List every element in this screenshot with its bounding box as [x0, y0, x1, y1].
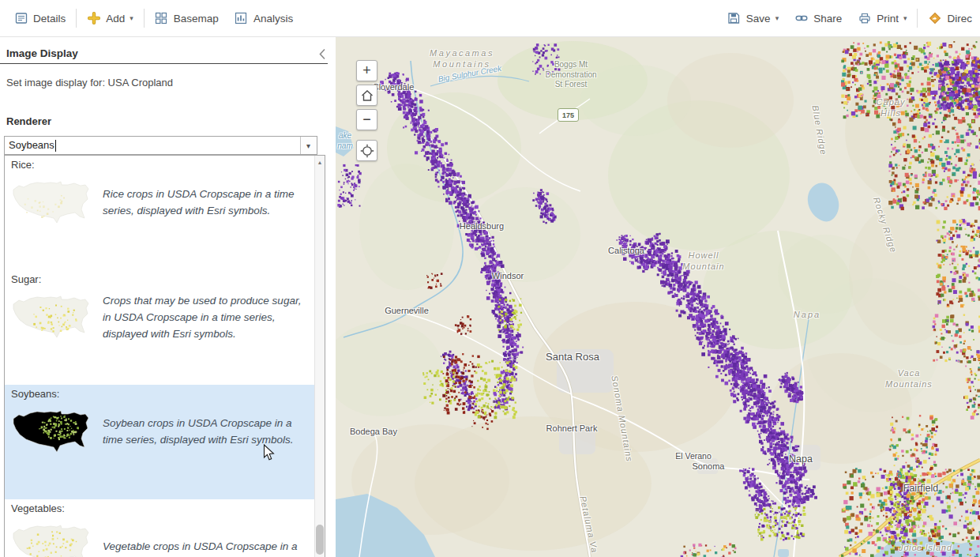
- renderer-label: Renderer: [6, 115, 51, 127]
- save-icon: [727, 12, 741, 25]
- caret-down-icon: ▾: [130, 14, 133, 22]
- add-icon: [87, 12, 100, 25]
- dropdown-scrollbar[interactable]: ▲: [314, 156, 325, 557]
- directions-label: Direc: [947, 13, 972, 24]
- renderer-combobox-open-button[interactable]: ▾: [300, 137, 317, 154]
- renderer-dropdown-list: Rice: Rice crops in USDA Cropscape in a …: [4, 155, 325, 557]
- panel-subtitle: Set image display for: USA Cropland: [6, 77, 173, 88]
- option-name: Soybeans:: [11, 388, 310, 400]
- share-button[interactable]: Share: [787, 6, 850, 31]
- caret-down-icon: ▾: [775, 14, 779, 22]
- share-label: Share: [813, 13, 842, 24]
- directions-icon: [928, 12, 941, 25]
- panel-title: Image Display: [6, 47, 78, 59]
- locate-button[interactable]: [356, 140, 377, 161]
- scrollbar-thumb[interactable]: [316, 525, 324, 555]
- print-button[interactable]: Print ▾: [850, 6, 914, 31]
- zoom-in-glyph: +: [362, 63, 371, 77]
- add-label: Add: [106, 13, 125, 24]
- option-description: Vegetable crops in USDA Cropscape in a: [103, 538, 305, 555]
- text-cursor: [55, 140, 56, 152]
- option-description: Crops that may be used to produce sugar,…: [103, 292, 305, 342]
- renderer-option-rice[interactable]: Rice: Rice crops in USDA Cropscape in a …: [5, 156, 314, 270]
- details-button[interactable]: Details: [6, 6, 73, 31]
- print-label: Print: [877, 13, 899, 24]
- zoom-in-button[interactable]: +: [356, 60, 377, 81]
- option-name: Vegetables:: [11, 502, 310, 514]
- sugar-thumbnail: [11, 292, 92, 342]
- toolbar-separator: [76, 9, 77, 28]
- renderer-option-soybeans[interactable]: Soybeans: Soybean crops in USDA Cropscap…: [5, 385, 314, 499]
- basemap-label: Basemap: [174, 13, 219, 24]
- add-button[interactable]: Add ▾: [79, 6, 141, 31]
- share-icon: [794, 12, 808, 25]
- basemap: [336, 37, 980, 557]
- details-icon: [14, 12, 28, 25]
- toolbar-left-group: Details Add ▾ Basemap Ana: [6, 0, 301, 36]
- map-canvas[interactable]: Mayacamas MountainsBig Sulphur CreekClov…: [336, 37, 980, 557]
- zoom-out-glyph: −: [362, 112, 371, 126]
- analysis-button[interactable]: Analysis: [227, 6, 301, 31]
- vegetables-thumbnail: [11, 521, 92, 557]
- image-display-panel: Image Display Set image display for: USA…: [0, 37, 336, 557]
- collapse-panel-button[interactable]: [318, 48, 328, 61]
- basemap-icon: [155, 12, 168, 25]
- option-description: Soybean crops in USDA Cropscape in a tim…: [103, 415, 305, 448]
- save-button[interactable]: Save ▾: [719, 6, 787, 31]
- caret-down-icon: ▾: [903, 14, 907, 22]
- rice-thumbnail: [11, 177, 92, 228]
- top-toolbar: Details Add ▾ Basemap Ana: [0, 0, 980, 37]
- toolbar-right-group: Save ▾ Share Print ▾ Dir: [719, 0, 980, 36]
- print-icon: [858, 12, 871, 25]
- map-viewer-app: Details Add ▾ Basemap Ana: [0, 0, 980, 557]
- analysis-icon: [235, 12, 248, 25]
- zoom-out-button[interactable]: −: [356, 109, 377, 130]
- option-name: Rice:: [11, 159, 310, 171]
- caret-down-icon: ▾: [306, 141, 310, 150]
- soybeans-thumbnail: [11, 406, 92, 457]
- renderer-combobox-value: Soybeans: [5, 137, 54, 154]
- highway-shield: 175: [558, 108, 579, 122]
- option-name: Sugar:: [11, 273, 310, 285]
- directions-button[interactable]: Direc: [920, 6, 980, 31]
- toolbar-separator: [144, 9, 145, 28]
- option-description: Rice crops in USDA Cropscape in a time s…: [103, 186, 305, 219]
- renderer-options: Rice: Rice crops in USDA Cropscape in a …: [5, 156, 314, 557]
- analysis-label: Analysis: [253, 13, 293, 24]
- home-icon: [360, 88, 374, 103]
- renderer-option-vegetables[interactable]: Vegetables: Vegetable crops in USDA Crop…: [5, 499, 314, 557]
- renderer-combobox[interactable]: Soybeans ▾: [4, 136, 317, 155]
- panel-title-divider: [0, 63, 328, 64]
- renderer-option-sugar[interactable]: Sugar: Crops that may be used to produce…: [5, 270, 314, 385]
- locate-icon: [359, 143, 375, 159]
- scroll-up-arrow-icon[interactable]: ▲: [315, 156, 325, 167]
- home-button[interactable]: [356, 85, 377, 106]
- toolbar-separator: [917, 9, 918, 28]
- details-label: Details: [33, 13, 66, 24]
- save-label: Save: [746, 13, 771, 24]
- basemap-button[interactable]: Basemap: [147, 6, 227, 31]
